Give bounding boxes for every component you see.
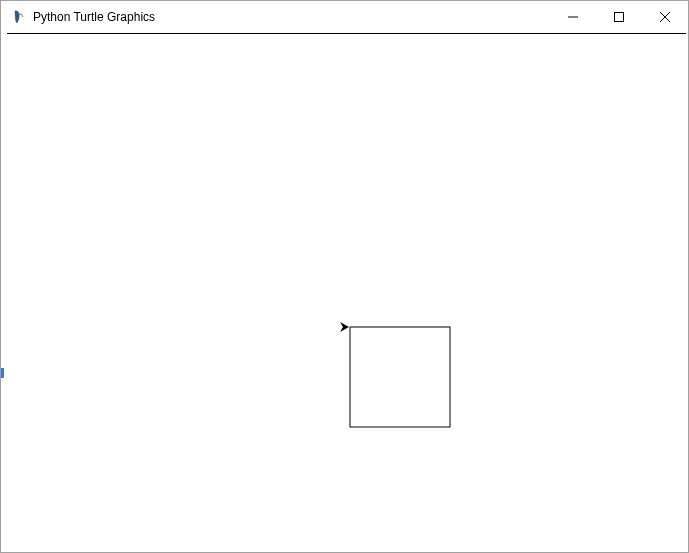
- window-title: Python Turtle Graphics: [33, 10, 550, 24]
- svg-rect-1: [615, 13, 624, 22]
- window-controls: [550, 1, 688, 33]
- app-icon: [11, 9, 27, 25]
- application-window: Python Turtle Graphics: [0, 0, 689, 553]
- drawn-square: [350, 327, 450, 427]
- close-button[interactable]: [642, 1, 688, 33]
- scrollbar-indicator: [1, 368, 4, 378]
- turtle-cursor-icon: [340, 322, 349, 332]
- turtle-canvas: [7, 33, 686, 550]
- minimize-button[interactable]: [550, 1, 596, 33]
- maximize-button[interactable]: [596, 1, 642, 33]
- turtle-drawing: [7, 34, 686, 550]
- titlebar[interactable]: Python Turtle Graphics: [1, 1, 688, 33]
